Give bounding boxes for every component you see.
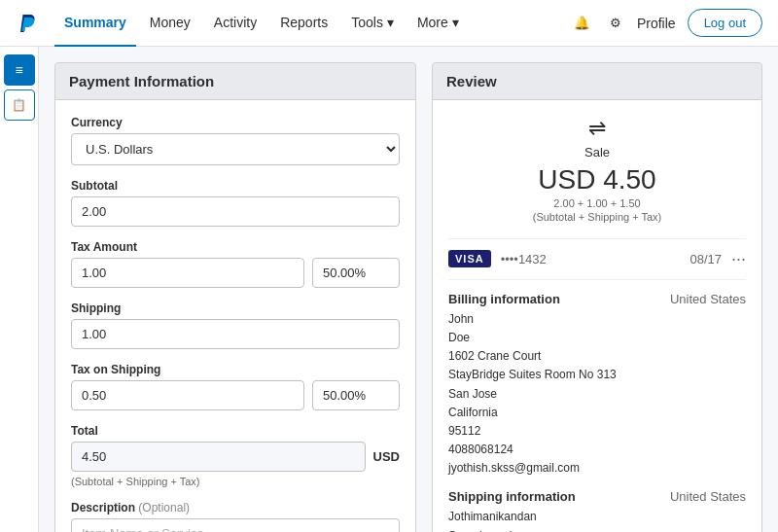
shipping-input[interactable] xyxy=(71,319,400,349)
sidebar-icon-invoice[interactable]: 📋 xyxy=(4,89,35,121)
billing-info-country: United States xyxy=(670,292,746,306)
shipping-field-group: Shipping xyxy=(71,301,400,349)
payment-panel-title: Payment Information xyxy=(54,62,416,100)
payment-panel-body: Currency U.S. Dollars Euro British Pound… xyxy=(54,100,416,532)
paypal-logo xyxy=(16,12,39,35)
sidebar: ≡ 📋 xyxy=(0,47,39,532)
nav-right: 🔔 ⚙ Profile Log out xyxy=(570,9,762,37)
more-chevron-icon: ▾ xyxy=(452,15,459,30)
review-amount-section: ⇌ Sale USD 4.50 2.00 + 1.00 + 1.50 (Subt… xyxy=(448,116,746,223)
sidebar-icon-list[interactable]: ≡ xyxy=(4,54,35,86)
logout-button[interactable]: Log out xyxy=(688,9,762,37)
profile-link[interactable]: Profile xyxy=(637,16,676,31)
total-field-group: Total USD (Subtotal + Shipping + Tax) xyxy=(71,424,400,487)
payment-panel: Payment Information Currency U.S. Dollar… xyxy=(54,62,416,532)
card-options-button[interactable]: ··· xyxy=(731,249,746,269)
shipping-info-label: Shipping information xyxy=(448,489,576,504)
nav-activity[interactable]: Activity xyxy=(204,0,266,47)
total-currency: USD xyxy=(373,449,400,464)
payment-card-row: VISA ••••1432 08/17 ··· xyxy=(448,238,746,280)
nav-reports[interactable]: Reports xyxy=(270,0,337,47)
shipping-label: Shipping xyxy=(71,301,400,315)
card-number-dots: ••••1432 xyxy=(501,252,681,266)
bell-icon: 🔔 xyxy=(574,16,590,30)
tax-on-shipping-percent-input[interactable] xyxy=(312,380,400,410)
subtotal-field-group: Subtotal xyxy=(71,179,400,227)
billing-info-lines: John Doe 1602 Crane Court StayBridge Sui… xyxy=(448,310,746,479)
visa-badge: VISA xyxy=(448,250,491,267)
review-panel-body: ⇌ Sale USD 4.50 2.00 + 1.00 + 1.50 (Subt… xyxy=(432,100,762,532)
tax-on-shipping-input[interactable] xyxy=(71,380,304,410)
list-icon: ≡ xyxy=(15,62,22,78)
sale-icon: ⇌ xyxy=(448,116,746,141)
tax-amount-field-group: Tax Amount xyxy=(71,240,400,288)
notifications-button[interactable]: 🔔 xyxy=(570,12,594,34)
currency-field-group: Currency U.S. Dollars Euro British Pound… xyxy=(71,116,400,165)
subtotal-label: Subtotal xyxy=(71,179,400,193)
gear-icon: ⚙ xyxy=(610,16,621,30)
total-label: Total xyxy=(71,424,400,438)
navbar: Summary Money Activity Reports Tools ▾ M… xyxy=(0,0,778,47)
shipping-info-section: Shipping information United States Jothi… xyxy=(448,489,746,532)
tax-on-shipping-label: Tax on Shipping xyxy=(71,363,400,376)
billing-info-label: Billing information xyxy=(448,292,560,306)
invoice-icon: 📋 xyxy=(12,98,26,112)
description-input[interactable] xyxy=(71,518,400,532)
billing-info-section: Billing information United States John D… xyxy=(448,292,746,479)
total-note: (Subtotal + Shipping + Tax) xyxy=(71,476,400,487)
tax-percent-input[interactable] xyxy=(312,258,400,288)
total-input xyxy=(71,442,366,472)
tax-amount-row xyxy=(71,258,400,288)
review-panel-title: Review xyxy=(432,62,762,100)
amount-breakdown: 2.00 + 1.00 + 1.50 xyxy=(448,197,746,209)
main-layout: ≡ 📋 Payment Information Currency U.S. Do… xyxy=(0,47,778,532)
tax-amount-input[interactable] xyxy=(71,258,304,288)
amount-breakdown-note: (Subtotal + Shipping + Tax) xyxy=(448,211,746,223)
amount-display: USD 4.50 xyxy=(448,165,746,195)
billing-info-header: Billing information United States xyxy=(448,292,746,306)
nav-money[interactable]: Money xyxy=(140,0,200,47)
review-panel: Review ⇌ Sale USD 4.50 2.00 + 1.00 + 1.5… xyxy=(432,62,762,532)
sale-label: Sale xyxy=(448,145,746,160)
nav-tools[interactable]: Tools ▾ xyxy=(341,0,404,47)
currency-select[interactable]: U.S. Dollars Euro British Pound Canadian… xyxy=(71,133,400,165)
shipping-info-header: Shipping information United States xyxy=(448,489,746,504)
shipping-info-lines: Jothimanikandan Soundararajan 2535 North… xyxy=(448,508,746,532)
tools-chevron-icon: ▾ xyxy=(387,15,394,30)
shipping-info-country: United States xyxy=(670,489,746,504)
nav-items: Summary Money Activity Reports Tools ▾ M… xyxy=(54,0,570,47)
description-label: Description (Optional) xyxy=(71,501,400,514)
subtotal-input[interactable] xyxy=(71,196,400,227)
nav-more[interactable]: More ▾ xyxy=(407,0,469,47)
settings-button[interactable]: ⚙ xyxy=(606,12,625,34)
nav-summary[interactable]: Summary xyxy=(54,0,136,47)
description-field-group: Description (Optional) xyxy=(71,501,400,532)
total-row: USD xyxy=(71,442,400,472)
tax-on-shipping-row xyxy=(71,380,400,410)
main-content: Payment Information Currency U.S. Dollar… xyxy=(39,47,778,532)
card-expiry: 08/17 xyxy=(690,252,722,266)
tax-amount-label: Tax Amount xyxy=(71,240,400,254)
currency-label: Currency xyxy=(71,116,400,129)
tax-on-shipping-field-group: Tax on Shipping xyxy=(71,363,400,410)
